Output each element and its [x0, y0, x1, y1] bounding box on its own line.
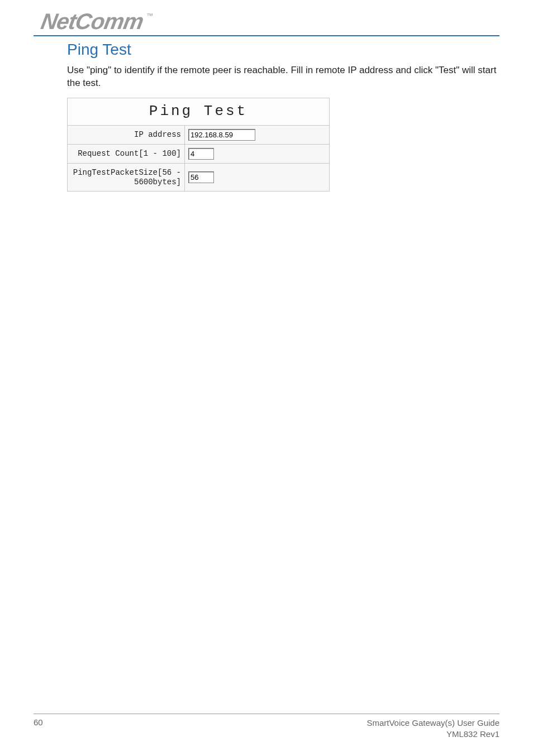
page: NetComm ™ Ping Test Use "ping" to identi… [0, 0, 533, 756]
doc-revision: YML832 Rev1 [446, 729, 499, 739]
request-count-field [185, 145, 329, 163]
packet-size-row: PingTestPacketSize[56 - 5600bytes] [68, 164, 329, 192]
ip-address-field [185, 126, 329, 144]
request-count-label: Request Count[1 - 100] [68, 145, 185, 163]
guide-title: SmartVoice Gateway(s) User Guide [367, 718, 499, 728]
footer-row: 60 SmartVoice Gateway(s) User Guide YML8… [34, 717, 499, 739]
logo-text: NetComm [39, 9, 145, 34]
footer-divider [34, 714, 499, 714]
packet-size-label: PingTestPacketSize[56 - 5600bytes] [68, 164, 185, 192]
request-count-row: Request Count[1 - 100] [68, 145, 329, 164]
packet-size-field [185, 164, 329, 192]
ping-test-panel: Ping Test IP address Request Count[1 - 1… [67, 98, 330, 192]
packet-size-input[interactable] [188, 171, 214, 183]
ping-test-panel-title: Ping Test [68, 98, 329, 126]
brand-logo: NetComm ™ [41, 9, 499, 34]
trademark-icon: ™ [146, 12, 153, 20]
section-description: Use "ping" to identify if the remote pee… [67, 64, 499, 90]
section-title: Ping Test [67, 41, 499, 59]
footer-right: SmartVoice Gateway(s) User Guide YML832 … [367, 717, 499, 739]
ip-address-input[interactable] [188, 129, 255, 141]
request-count-input[interactable] [188, 148, 214, 160]
ip-address-label: IP address [68, 126, 185, 144]
page-number: 60 [34, 717, 43, 739]
ip-address-row: IP address [68, 126, 329, 145]
page-footer: 60 SmartVoice Gateway(s) User Guide YML8… [34, 714, 499, 739]
header-divider [34, 35, 499, 36]
